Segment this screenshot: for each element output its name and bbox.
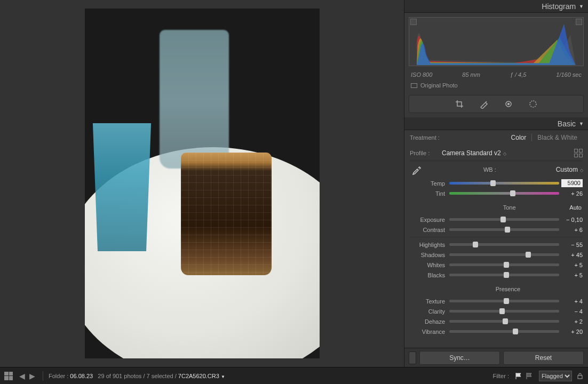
folder-label: Folder : [49,373,68,379]
slider-contrast: Contrast + 6 [410,225,583,235]
svg-rect-3 [578,375,582,379]
exif-shutter: 1/160 sec [556,71,582,78]
filmstrip-toolbar: ◀ ▶ Folder : 06.08.23 29 of 901 photos /… [0,367,588,384]
flag-pick-icon[interactable] [515,372,522,380]
develop-right-panel: Histogram ▼ ISO 800 85 mm ƒ / 4,5 1/160 … [404,0,588,367]
slider-highlights: Highlights − 55 [410,239,583,250]
slider-knob[interactable] [504,272,509,278]
svg-point-1 [508,103,510,105]
preview-photo [85,9,320,358]
exif-iso: ISO 800 [411,71,432,78]
healing-brush-icon[interactable] [479,99,489,109]
treatment-label: Treatment : [410,134,506,141]
slider-tint: Tint + 26 [410,188,583,198]
slider-texture: Texture + 4 [410,296,583,306]
slider-knob[interactable] [490,180,496,186]
panel-switch-icon[interactable] [409,351,416,364]
slider-knob[interactable] [504,262,509,268]
slider-knob[interactable] [526,252,531,258]
slider-vibrance: Vibrance + 20 [410,326,583,337]
histogram-panel-header[interactable]: Histogram ▼ [404,0,588,13]
profile-browser-icon[interactable] [574,149,583,157]
profile-label: Profile : [410,150,442,156]
histogram[interactable] [409,17,584,66]
profile-dropdown[interactable]: Camera Standard v2◇ [442,149,574,157]
slider-temp: Temp 5900 [410,178,583,188]
collapse-icon: ▼ [579,121,584,126]
tint-value[interactable]: + 26 [559,190,583,197]
local-adjust-toolstrip [409,95,584,113]
wb-label: WB : [424,166,556,173]
slider-knob[interactable] [499,308,505,314]
reset-button[interactable]: Reset [503,351,584,365]
original-photo-toggle[interactable]: Original Photo [404,80,588,93]
auto-tone-button[interactable]: Auto [569,204,583,211]
slider-knob[interactable] [500,217,506,222]
tone-heading: Tone [449,204,569,211]
original-icon [411,83,417,88]
basic-panel-header[interactable]: Basic ▼ [404,117,588,130]
masking-tool-icon[interactable] [528,99,538,109]
filename-crumb[interactable]: 7C2A5620.CR3 ▼ [178,373,225,379]
basic-title: Basic [558,119,576,128]
treatment-color[interactable]: Color [506,134,532,141]
exif-focal: 85 mm [462,71,480,78]
slider-knob[interactable] [510,190,515,196]
filter-lock-icon[interactable] [576,372,584,380]
slider-knob[interactable] [504,298,509,304]
exif-row: ISO 800 85 mm ƒ / 4,5 1/160 sec [404,70,588,80]
treatment-bw[interactable]: Black & White [532,134,583,141]
highlight-clipping-toggle[interactable] [576,19,582,25]
redeye-tool-icon[interactable] [504,99,513,109]
crop-tool-icon[interactable] [455,99,464,109]
slider-knob[interactable] [473,242,478,247]
filter-label: Filter : [492,373,509,379]
photo-count: 29 of 901 photos [98,373,141,379]
selected-count: 7 selected [147,373,173,379]
histogram-graph [417,19,576,65]
svg-point-2 [530,101,536,107]
slider-blacks: Blacks + 5 [410,270,583,280]
nav-back-icon[interactable]: ◀ [19,372,25,380]
exif-aperture: ƒ / 4,5 [510,71,527,78]
histogram-title: Histogram [542,2,576,11]
slider-shadows: Shadows + 45 [410,250,583,260]
slider-dehaze: Dehaze + 2 [410,316,583,326]
flag-reject-icon[interactable] [526,372,533,380]
nav-forward-icon[interactable]: ▶ [29,372,35,380]
slider-knob[interactable] [505,227,510,233]
slider-knob[interactable] [503,318,508,324]
slider-exposure: Exposure − 0,10 [410,214,583,225]
grid-view-icon[interactable] [4,372,13,380]
filter-dropdown[interactable]: Flagged [539,371,572,381]
temp-value-input[interactable]: 5900 [561,179,583,187]
shadow-clipping-toggle[interactable] [410,19,417,25]
sync-reset-bar: Sync… Reset [404,348,588,367]
collapse-icon: ▼ [579,4,584,9]
folder-name[interactable]: 06.08.23 [70,373,93,379]
presence-heading: Presence [449,286,567,292]
slider-knob[interactable] [513,329,518,334]
wb-eyedropper-icon[interactable] [410,163,424,177]
wb-dropdown[interactable]: Custom◇ [556,166,583,173]
image-viewport[interactable] [0,0,404,367]
sync-button[interactable]: Sync… [419,351,500,365]
slider-whites: Whites + 5 [410,260,583,270]
slider-clarity: Clarity − 4 [410,306,583,316]
